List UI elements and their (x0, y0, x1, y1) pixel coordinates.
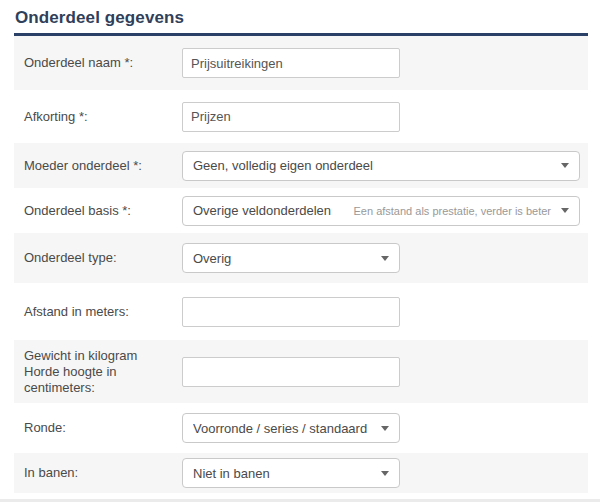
field-label: Afkorting *: (24, 109, 182, 125)
form-row-moeder-onderdeel: Moeder onderdeel *: Geen, volledig eigen… (14, 143, 588, 188)
field-label: Moeder onderdeel *: (24, 158, 182, 174)
bottom-divider (0, 499, 600, 502)
in-banen-select[interactable]: Niet in banen (182, 458, 400, 488)
afstand-input[interactable] (182, 297, 400, 327)
form-row-gewicht-horde: Gewicht in kilogram Horde hoogte in cent… (14, 340, 588, 403)
onderdeel-naam-input[interactable] (182, 48, 400, 78)
field-label: Onderdeel naam *: (24, 55, 182, 71)
gewicht-horde-input[interactable] (182, 357, 400, 387)
afkorting-input[interactable] (182, 102, 400, 132)
select-hint: Een afstand als prestatie, verder is bet… (354, 205, 562, 217)
select-value: Niet in banen (193, 466, 270, 481)
form-row-afstand: Afstand in meters: (14, 283, 588, 340)
chevron-down-icon (381, 471, 389, 476)
select-value: Geen, volledig eigen onderdeel (193, 158, 373, 173)
section-header: Onderdeel gegevens (14, 0, 588, 36)
chevron-down-icon (381, 256, 389, 261)
form-row-onderdeel-type: Onderdeel type: Overig (14, 233, 588, 283)
onderdeel-type-select[interactable]: Overig (182, 243, 400, 273)
moeder-onderdeel-select[interactable]: Geen, volledig eigen onderdeel (182, 151, 580, 181)
field-label: In banen: (24, 465, 182, 481)
form-row-afkorting: Afkorting *: (14, 90, 588, 143)
ronde-select[interactable]: Voorronde / series / standaard (182, 413, 400, 443)
select-value: Overig (193, 251, 231, 266)
field-label: Onderdeel type: (24, 250, 182, 266)
field-label: Gewicht in kilogram Horde hoogte in cent… (24, 348, 182, 396)
field-label: Afstand in meters: (24, 304, 182, 320)
form-row-ronde: Ronde: Voorronde / series / standaard (14, 403, 588, 453)
field-label: Ronde: (24, 420, 182, 436)
form-row-in-banen: In banen: Niet in banen (14, 453, 588, 493)
form-row-onderdeel-basis: Onderdeel basis *: Overige veldonderdele… (14, 188, 588, 233)
onderdeel-basis-select[interactable]: Overige veldonderdelen Een afstand als p… (182, 196, 580, 226)
form-row-onderdeel-naam: Onderdeel naam *: (14, 36, 588, 90)
field-label: Onderdeel basis *: (24, 203, 182, 219)
select-value: Voorronde / series / standaard (193, 421, 367, 436)
select-value: Overige veldonderdelen (193, 203, 331, 218)
chevron-down-icon (561, 163, 569, 168)
onderdeel-form-section: Onderdeel gegevens Onderdeel naam *: Afk… (14, 0, 588, 493)
page-title: Onderdeel gegevens (15, 7, 588, 29)
chevron-down-icon (381, 426, 389, 431)
chevron-down-icon (561, 208, 569, 213)
